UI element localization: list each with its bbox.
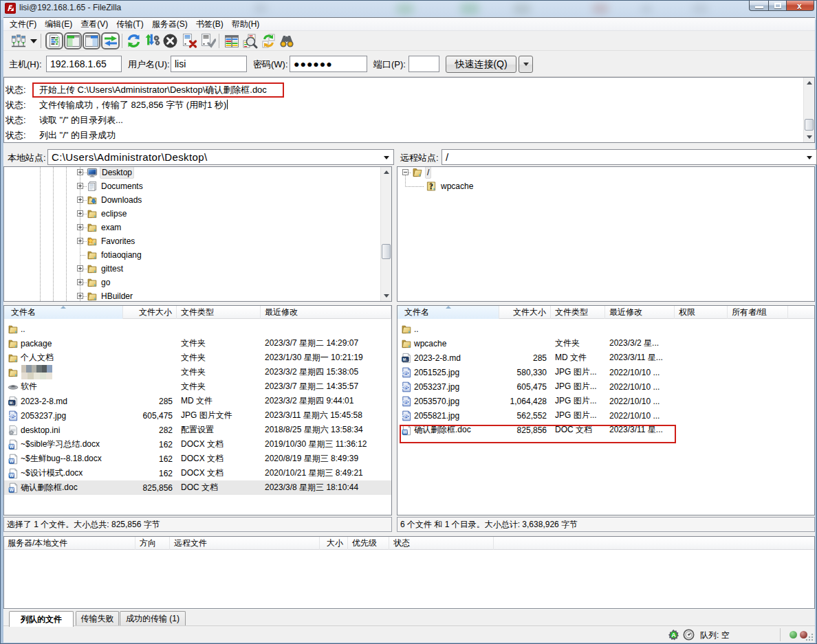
title-bar[interactable]: lisi@192.168.1.65 - FileZilla x [1, 1, 817, 17]
tree-item-label[interactable]: Desktop [100, 166, 134, 179]
file-row[interactable]: .. [4, 322, 391, 336]
close-button[interactable]: x [787, 1, 814, 11]
menu-item-4[interactable]: 服务器(S) [148, 17, 192, 32]
filter-icon[interactable] [242, 32, 259, 49]
file-row[interactable]: ~$sible学习总结.docx162DOCX 文档2019/10/30 星期三… [4, 437, 391, 452]
quickconnect-button[interactable]: 快速连接(Q) [446, 56, 516, 73]
local-tree-item[interactable]: Favorites [4, 234, 391, 248]
local-site-combo[interactable]: C:\Users\Administrator\Desktop\ [47, 149, 394, 165]
toggle-log-pane-icon[interactable] [45, 32, 63, 49]
file-row[interactable]: 文件夹2023/3/2 星期四 15:38:05 [4, 365, 391, 379]
tree-item-label[interactable]: wpcache [439, 181, 475, 192]
tree-expand-icon[interactable] [77, 169, 83, 175]
quickconnect-dropdown-button[interactable] [519, 56, 533, 73]
tree-item-label[interactable]: Documents [100, 181, 144, 192]
site-manager-icon[interactable] [10, 32, 27, 49]
remote-file-list[interactable]: 文件名文件大小文件类型最近修改权限所有者/组..wpcache文件夹2023/3… [397, 305, 815, 515]
refresh-icon[interactable] [126, 32, 142, 49]
transfer-mode-gear-icon[interactable]: A [668, 629, 679, 641]
log-scrollbar[interactable] [803, 78, 814, 142]
port-input[interactable] [408, 56, 439, 72]
local-tree-panel[interactable]: Desktop Documents Downloads eclipse exam [3, 166, 392, 302]
queue-tab-1[interactable]: 传输失败 [76, 611, 119, 625]
column-header-3[interactable]: 最近修改 [261, 306, 391, 319]
scroll-down-button[interactable] [804, 132, 815, 142]
menu-item-2[interactable]: 查看(V) [76, 17, 112, 32]
maximize-button[interactable] [768, 1, 787, 11]
file-row[interactable]: 2053237.jpg605,475JPG 图片文件2023/3/11 星期六 … [4, 408, 391, 423]
local-tree-item[interactable]: Downloads [4, 193, 391, 207]
file-row[interactable]: 2053237.jpg605,475JPG 图片...2022/10/10 ..… [397, 379, 814, 394]
column-header-0[interactable]: 文件名 [4, 306, 123, 319]
tree-expand-icon[interactable] [77, 279, 83, 285]
toggle-local-tree-icon[interactable] [64, 32, 82, 49]
file-row[interactable]: 个人文档文件夹2023/1/30 星期一 10:21:19 [4, 351, 391, 365]
tree-item-label[interactable]: / [425, 166, 431, 179]
column-header-1[interactable]: 文件大小 [499, 306, 551, 319]
menu-item-3[interactable]: 传输(T) [112, 17, 147, 32]
find-files-icon[interactable] [279, 32, 295, 49]
queue-column-header-0[interactable]: 服务器/本地文件 [4, 537, 135, 550]
column-header-0[interactable]: 文件名 [397, 306, 499, 319]
local-tree-item[interactable]: Desktop [4, 166, 391, 179]
queue-tab-0[interactable]: 列队的文件 [9, 611, 74, 627]
resize-grip[interactable] [805, 632, 814, 642]
local-tree-item[interactable]: Documents [4, 179, 391, 193]
menu-item-1[interactable]: 编辑(E) [41, 17, 76, 32]
column-header-2[interactable]: 文件类型 [177, 306, 261, 319]
local-tree-item[interactable]: fotiaoqiang [4, 248, 391, 262]
column-header-2[interactable]: 文件类型 [551, 306, 605, 319]
file-row[interactable]: package文件夹2023/3/7 星期二 14:29:07 [4, 336, 391, 351]
scroll-up-button[interactable] [381, 167, 392, 177]
local-tree-item[interactable]: go [4, 276, 391, 289]
local-tree-item[interactable]: exam [4, 221, 391, 234]
tree-expand-icon[interactable] [77, 224, 83, 230]
file-row[interactable]: wpcache文件夹2023/3/2 星... [397, 336, 814, 351]
speed-limit-icon[interactable] [683, 629, 695, 641]
menu-item-0[interactable]: 文件(F) [6, 17, 41, 32]
queue-column-header-3[interactable]: 大小 [320, 537, 348, 550]
tree-expand-icon[interactable] [77, 265, 83, 271]
file-row[interactable]: 2023-2-8.md285MD 文件2023/3/11 星... [397, 351, 814, 365]
site-manager-dropdown-icon[interactable] [29, 32, 39, 49]
column-header-3[interactable]: 最近修改 [605, 306, 675, 319]
tree-item-label[interactable]: HBuilder [100, 291, 134, 302]
tree-expand-icon[interactable] [77, 293, 83, 299]
local-tree-item[interactable]: gittest [4, 262, 391, 276]
file-row[interactable]: 2051525.jpg580,330JPG 图片...2022/10/10 ..… [397, 365, 814, 379]
column-header-1[interactable]: 文件大小 [123, 306, 177, 319]
minimize-button[interactable] [749, 1, 768, 11]
remote-site-combo[interactable]: / [442, 149, 817, 165]
queue-column-header-5[interactable]: 状态 [389, 537, 494, 550]
scroll-down-button[interactable] [381, 291, 392, 301]
process-queue-icon[interactable] [144, 32, 161, 49]
file-row[interactable]: 软件文件夹2023/3/7 星期二 14:35:57 [4, 379, 391, 394]
tree-collapse-icon[interactable] [402, 169, 408, 175]
scrollbar-thumb[interactable] [805, 119, 814, 131]
column-header-5[interactable]: 所有者/组 [728, 306, 788, 319]
local-file-list[interactable]: 文件名文件大小文件类型最近修改..package文件夹2023/3/7 星期二 … [3, 305, 392, 515]
disconnect-icon[interactable] [181, 32, 198, 49]
directory-compare-icon[interactable] [224, 32, 240, 49]
scroll-up-button[interactable] [804, 78, 815, 88]
tree-expand-icon[interactable] [77, 238, 83, 244]
tree-item-label[interactable]: Favorites [100, 236, 136, 247]
file-row[interactable]: ~$设计模式.docx162DOCX 文档2020/10/21 星期三 8:49… [4, 466, 391, 480]
file-row[interactable]: 2055821.jpg562,552JPG 图片...2022/10/10 ..… [397, 408, 814, 423]
tree-item-label[interactable]: exam [100, 222, 122, 233]
tree-item-label[interactable]: eclipse [100, 208, 128, 219]
queue-column-header-4[interactable]: 优先级 [348, 537, 389, 550]
tree-expand-icon[interactable] [77, 210, 83, 216]
toggle-remote-tree-icon[interactable] [83, 32, 100, 49]
menu-item-5[interactable]: 书签(B) [192, 17, 228, 32]
file-row[interactable]: 2023-2-8.md285MD 文件2023/3/2 星期四 9:44:01 [4, 394, 391, 408]
remote-tree-item[interactable]: wpcache [397, 179, 814, 193]
queue-column-header-2[interactable]: 远程文件 [170, 537, 320, 550]
file-row[interactable]: ~$生鲜bug--8.18.docx162DOCX 文档2020/8/19 星期… [4, 452, 391, 466]
tree-item-label[interactable]: fotiaoqiang [100, 249, 143, 260]
file-row[interactable]: desktop.ini282配置设置2018/8/25 星期六 13:58:34 [4, 423, 391, 437]
transfer-queue-panel[interactable]: 服务器/本地文件方向远程文件大小优先级状态 [3, 536, 815, 609]
local-tree-scrollbar[interactable] [380, 167, 391, 301]
password-input[interactable] [290, 56, 367, 72]
tree-expand-icon[interactable] [77, 183, 83, 189]
